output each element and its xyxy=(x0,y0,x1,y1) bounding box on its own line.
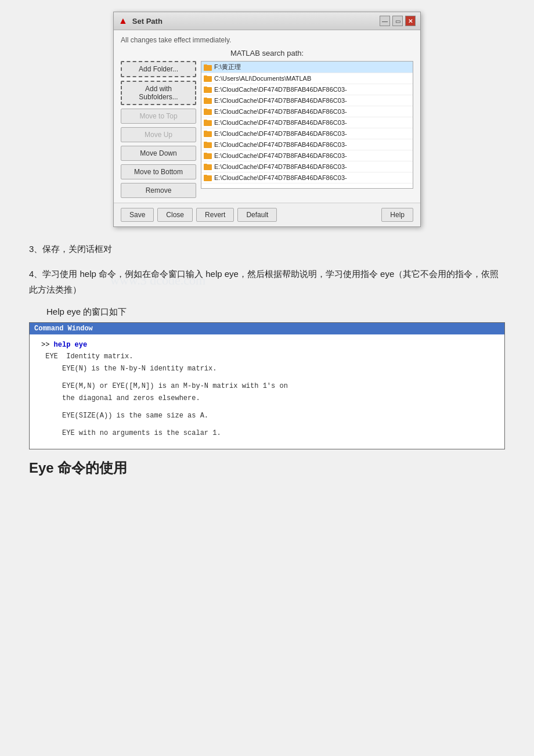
dialog-footer: Save Close Revert Default Help xyxy=(114,203,420,226)
path-text: E:\CloudCache\DF474D7B8FAB46DAF86C03- xyxy=(214,174,347,181)
cmd-line-6: EYE with no arguments is the scalar 1. xyxy=(41,427,495,439)
svg-rect-17 xyxy=(204,153,207,154)
svg-rect-1 xyxy=(204,64,207,66)
titlebar-controls: — ▭ ✕ xyxy=(380,16,416,26)
save-button[interactable]: Save xyxy=(121,208,154,222)
matlab-icon: ▲ xyxy=(118,16,128,26)
dialog-titlebar: ▲ Set Path — ▭ ✕ xyxy=(114,12,420,30)
list-item[interactable]: E:\CloudCache\DF474D7B8FAB46DAF86C03- xyxy=(201,139,413,150)
path-text: E:\CloudCache\DF474D7B8FAB46DAF86C03- xyxy=(214,130,347,137)
cmd-body: >> help eye EYE Identity matrix. EYE(N) … xyxy=(30,334,504,449)
svg-rect-5 xyxy=(204,87,207,88)
path-text: E:\CloudCache\DF474D7B8FAB46DAF86C03- xyxy=(214,141,347,148)
cmd-line-3: EYE(M,N) or EYE([M,N]) is an M-by-N matr… xyxy=(41,380,495,392)
folder-icon xyxy=(204,163,212,171)
dialog-wrapper: ▲ Set Path — ▭ ✕ All changes take effect… xyxy=(12,12,522,227)
folder-icon xyxy=(204,174,212,182)
cmd-line-1: EYE Identity matrix. xyxy=(41,351,495,362)
svg-rect-21 xyxy=(204,175,207,177)
svg-rect-9 xyxy=(204,109,207,110)
list-item[interactable]: E:\CloudCache\DF474D7B8FAB46DAF86C03- xyxy=(201,172,413,183)
content-area: 3、保存，关闭话框对 4、学习使用 help 命令，例如在命令窗口输入 help… xyxy=(12,241,522,477)
path-list-wrapper[interactable]: F:\黄正理 C:\Users\ALI\Documents\MATLAB xyxy=(201,61,413,189)
folder-icon xyxy=(204,63,212,71)
cmd-line-2: EYE(N) is the N-by-N identity matrix. xyxy=(41,363,495,375)
path-text: E:\CloudCache\DF474D7B8FAB46DAF86C03- xyxy=(214,86,347,93)
path-text: C:\Users\ALI\Documents\MATLAB xyxy=(214,75,311,82)
folder-icon xyxy=(204,107,212,116)
step4-text: 4、学习使用 help 命令，例如在命令窗口输入 help eye，然后根据帮助… xyxy=(29,266,505,297)
info-text: All changes take effect immediately. xyxy=(121,36,413,44)
cmd-blank-3 xyxy=(41,422,495,427)
svg-rect-7 xyxy=(204,98,207,99)
folder-icon xyxy=(204,129,212,138)
path-text: E:\CloudCache\DF474D7B8FAB46DAF86C03- xyxy=(214,119,347,126)
sub-heading: Help eye 的窗口如下 xyxy=(46,307,505,318)
minimize-button[interactable]: — xyxy=(380,16,390,26)
path-text: E:\CloudCache\DF474D7B8FAB46DAF86C03- xyxy=(214,97,347,104)
cmd-input-text: help eye xyxy=(54,341,88,349)
cmd-line-4: the diagonal and zeros elsewhere. xyxy=(41,393,495,404)
final-heading: Eye 命令的使用 xyxy=(29,459,505,477)
step3-label: 3、保存，关闭话框对 xyxy=(29,244,112,254)
list-item[interactable]: E:\CloudCache\DF474D7B8FAB46DAF86C03- xyxy=(201,150,413,161)
search-path-label: MATLAB search path: xyxy=(121,49,413,57)
cmd-prompt-symbol: >> xyxy=(41,341,54,349)
path-text: E:\CloudCache\DF474D7B8FAB46DAF86C03- xyxy=(214,163,347,170)
restore-button[interactable]: ▭ xyxy=(392,16,403,26)
path-text: F:\黄正理 xyxy=(214,63,241,71)
list-item[interactable]: E:\CloudCache\DF474D7B8FAB46DAF86C03- xyxy=(201,95,413,106)
cmd-blank-1 xyxy=(41,375,495,380)
folder-icon xyxy=(204,118,212,127)
list-item[interactable]: E:\CloudCache\DF474D7B8FAB46DAF86C03- xyxy=(201,84,413,95)
move-up-button[interactable]: Move Up xyxy=(121,127,196,142)
svg-rect-15 xyxy=(204,142,207,143)
move-top-button[interactable]: Move to Top xyxy=(121,109,196,124)
path-text: E:\CloudCache\DF474D7B8FAB46DAF86C03- xyxy=(214,152,347,159)
list-item[interactable]: E:\CloudCache\DF474D7B8FAB46DAF86C03- xyxy=(201,106,413,117)
cmd-line-0: >> help eye xyxy=(41,339,495,351)
folder-icon xyxy=(204,152,212,160)
remove-button[interactable]: Remove xyxy=(121,183,196,198)
list-item[interactable]: F:\黄正理 xyxy=(201,62,413,73)
list-item[interactable]: C:\Users\ALI\Documents\MATLAB xyxy=(201,73,413,84)
svg-rect-13 xyxy=(204,131,207,132)
action-buttons: Add Folder... Add with Subfolders... Mov… xyxy=(121,61,196,198)
move-bottom-button[interactable]: Move to Bottom xyxy=(121,164,196,179)
list-item[interactable]: E:\CloudCache\DF474D7B8FAB46DAF86C03- xyxy=(201,161,413,172)
dialog-title: Set Path xyxy=(132,17,375,26)
step3-text: 3、保存，关闭话框对 xyxy=(29,241,505,257)
add-folder-button[interactable]: Add Folder... xyxy=(121,61,196,77)
folder-icon xyxy=(204,85,212,93)
folder-icon xyxy=(204,96,212,105)
svg-rect-3 xyxy=(204,75,207,77)
command-window: Command Window >> help eye EYE Identity … xyxy=(29,322,505,449)
add-subfolders-button[interactable]: Add with Subfolders... xyxy=(121,81,196,105)
default-button[interactable]: Default xyxy=(237,208,277,222)
dialog-body: All changes take effect immediately. MAT… xyxy=(114,30,420,203)
svg-rect-19 xyxy=(204,164,207,165)
dialog-main: Add Folder... Add with Subfolders... Mov… xyxy=(121,61,413,198)
folder-icon xyxy=(204,74,212,82)
path-text: E:\CloudCache\DF474D7B8FAB46DAF86C03- xyxy=(214,108,347,115)
set-path-dialog: ▲ Set Path — ▭ ✕ All changes take effect… xyxy=(113,12,421,227)
path-list: F:\黄正理 C:\Users\ALI\Documents\MATLAB xyxy=(201,62,413,183)
cmd-titlebar: Command Window xyxy=(30,323,504,334)
svg-rect-11 xyxy=(204,120,207,121)
close-button[interactable]: ✕ xyxy=(405,16,416,26)
cmd-line-5: EYE(SIZE(A)) is the same size as A. xyxy=(41,410,495,422)
close-dialog-button[interactable]: Close xyxy=(157,208,193,222)
step4-label: 4、学习使用 help 命令，例如在命令窗口输入 help eye，然后根据帮助… xyxy=(29,269,499,294)
list-item[interactable]: E:\CloudCache\DF474D7B8FAB46DAF86C03- xyxy=(201,128,413,139)
move-down-button[interactable]: Move Down xyxy=(121,146,196,161)
list-item[interactable]: E:\CloudCache\DF474D7B8FAB46DAF86C03- xyxy=(201,117,413,128)
help-button[interactable]: Help xyxy=(381,208,413,222)
revert-button[interactable]: Revert xyxy=(196,208,234,222)
folder-icon xyxy=(204,141,212,149)
cmd-blank-2 xyxy=(41,404,495,410)
